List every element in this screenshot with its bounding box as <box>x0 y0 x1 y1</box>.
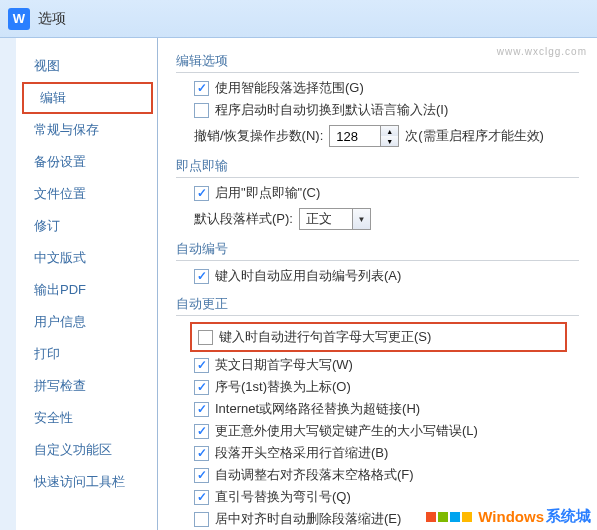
label-paragraph-indent: 段落开头空格采用行首缩进(B) <box>215 444 388 462</box>
checkbox-cap-sentence[interactable] <box>198 330 213 345</box>
checkbox-auto-format-blank[interactable] <box>194 468 209 483</box>
label-capslock-fix: 更正意外使用大写锁定键产生的大小写错误(L) <box>215 422 478 440</box>
section-auto-correct: 自动更正 键入时自动进行句首字母大写更正(S) 英文日期首字母大写(W) 序号(… <box>176 295 579 530</box>
label-cap-weekday: 英文日期首字母大写(W) <box>215 356 353 374</box>
undo-spin-down[interactable]: ▼ <box>381 136 398 146</box>
undo-spin-up[interactable]: ▲ <box>381 126 398 136</box>
row-auto-switch-ime[interactable]: 程序启动时自动切换到默认语言输入法(I) <box>194 101 579 119</box>
sidebar-item-revision[interactable]: 修订 <box>16 210 157 242</box>
label-default-style: 默认段落样式(P): <box>194 210 293 228</box>
label-cap-sentence: 键入时自动进行句首字母大写更正(S) <box>219 328 431 346</box>
windows-logo-icon <box>424 512 472 522</box>
sidebar-item-output-pdf[interactable]: 输出PDF <box>16 274 157 306</box>
sidebar-item-quick-access[interactable]: 快速访问工具栏 <box>16 466 157 498</box>
sidebar-item-chinese-layout[interactable]: 中文版式 <box>16 242 157 274</box>
section-title-click-type: 即点即输 <box>176 157 579 178</box>
row-cap-sentence[interactable]: 键入时自动进行句首字母大写更正(S) <box>190 322 567 352</box>
section-click-type: 即点即输 启用"即点即输"(C) 默认段落样式(P): 正文 ▼ <box>176 157 579 230</box>
sidebar-item-general-save[interactable]: 常规与保存 <box>16 114 157 146</box>
titlebar: W 选项 <box>0 0 597 38</box>
row-straight-quotes[interactable]: 直引号替换为弯引号(Q) <box>194 488 579 506</box>
label-apply-number-list: 键入时自动应用自动编号列表(A) <box>215 267 401 285</box>
row-auto-format-blank[interactable]: 自动调整右对齐段落末空格格式(F) <box>194 466 579 484</box>
row-undo-steps: 撤销/恢复操作步数(N): ▲ ▼ 次(需重启程序才能生效) <box>194 125 579 147</box>
checkbox-auto-switch-ime[interactable] <box>194 103 209 118</box>
row-internet-hyper[interactable]: Internet或网络路径替换为超链接(H) <box>194 400 579 418</box>
checkbox-smart-paragraph[interactable] <box>194 81 209 96</box>
checkbox-enable-click-type[interactable] <box>194 186 209 201</box>
app-logo: W <box>8 8 30 30</box>
content-panel: 编辑选项 使用智能段落选择范围(G) 程序启动时自动切换到默认语言输入法(I) … <box>158 38 597 530</box>
section-title-auto-number: 自动编号 <box>176 240 579 261</box>
window-title: 选项 <box>38 10 66 28</box>
undo-input[interactable] <box>330 126 380 146</box>
watermark-url: www.wxclgg.com <box>497 46 587 57</box>
checkbox-ordinal-superscript[interactable] <box>194 380 209 395</box>
row-ordinal-superscript[interactable]: 序号(1st)替换为上标(O) <box>194 378 579 396</box>
label-ordinal-superscript: 序号(1st)替换为上标(O) <box>215 378 351 396</box>
checkbox-paragraph-indent[interactable] <box>194 446 209 461</box>
checkbox-center-delete-indent[interactable] <box>194 512 209 527</box>
label-auto-format-blank: 自动调整右对齐段落末空格格式(F) <box>215 466 414 484</box>
label-undo: 撤销/恢复操作步数(N): <box>194 127 323 145</box>
sidebar-item-backup[interactable]: 备份设置 <box>16 146 157 178</box>
watermark: Windows 系统城 <box>424 507 591 526</box>
sidebar-item-custom-ribbon[interactable]: 自定义功能区 <box>16 434 157 466</box>
row-cap-weekday[interactable]: 英文日期首字母大写(W) <box>194 356 579 374</box>
section-title-auto-correct: 自动更正 <box>176 295 579 316</box>
row-default-style: 默认段落样式(P): 正文 ▼ <box>194 208 579 230</box>
row-apply-number-list[interactable]: 键入时自动应用自动编号列表(A) <box>194 267 579 285</box>
label-straight-quotes: 直引号替换为弯引号(Q) <box>215 488 351 506</box>
sidebar: 视图 编辑 常规与保存 备份设置 文件位置 修订 中文版式 输出PDF 用户信息… <box>0 38 158 530</box>
undo-spinner[interactable]: ▲ ▼ <box>329 125 399 147</box>
sidebar-item-user-info[interactable]: 用户信息 <box>16 306 157 338</box>
sidebar-item-view[interactable]: 视图 <box>16 50 157 82</box>
sidebar-item-print[interactable]: 打印 <box>16 338 157 370</box>
label-undo-suffix: 次(需重启程序才能生效) <box>405 127 544 145</box>
row-capslock-fix[interactable]: 更正意外使用大写锁定键产生的大小写错误(L) <box>194 422 579 440</box>
row-paragraph-indent[interactable]: 段落开头空格采用行首缩进(B) <box>194 444 579 462</box>
sidebar-item-file-location[interactable]: 文件位置 <box>16 178 157 210</box>
row-enable-click-type[interactable]: 启用"即点即输"(C) <box>194 184 579 202</box>
checkbox-capslock-fix[interactable] <box>194 424 209 439</box>
select-default-style[interactable]: 正文 <box>299 208 371 230</box>
watermark-text-a: Windows <box>478 508 544 525</box>
label-internet-hyper: Internet或网络路径替换为超链接(H) <box>215 400 420 418</box>
watermark-text-b: 系统城 <box>546 507 591 526</box>
label-auto-switch-ime: 程序启动时自动切换到默认语言输入法(I) <box>215 101 448 119</box>
checkbox-apply-number-list[interactable] <box>194 269 209 284</box>
label-smart-paragraph: 使用智能段落选择范围(G) <box>215 79 364 97</box>
section-auto-number: 自动编号 键入时自动应用自动编号列表(A) <box>176 240 579 285</box>
row-smart-paragraph[interactable]: 使用智能段落选择范围(G) <box>194 79 579 97</box>
label-center-delete-indent: 居中对齐时自动删除段落缩进(E) <box>215 510 401 528</box>
sidebar-item-edit[interactable]: 编辑 <box>22 82 153 114</box>
label-enable-click-type: 启用"即点即输"(C) <box>215 184 320 202</box>
checkbox-cap-weekday[interactable] <box>194 358 209 373</box>
sidebar-item-security[interactable]: 安全性 <box>16 402 157 434</box>
checkbox-straight-quotes[interactable] <box>194 490 209 505</box>
checkbox-internet-hyper[interactable] <box>194 402 209 417</box>
sidebar-item-spellcheck[interactable]: 拼写检查 <box>16 370 157 402</box>
section-edit-options: 编辑选项 使用智能段落选择范围(G) 程序启动时自动切换到默认语言输入法(I) … <box>176 52 579 147</box>
